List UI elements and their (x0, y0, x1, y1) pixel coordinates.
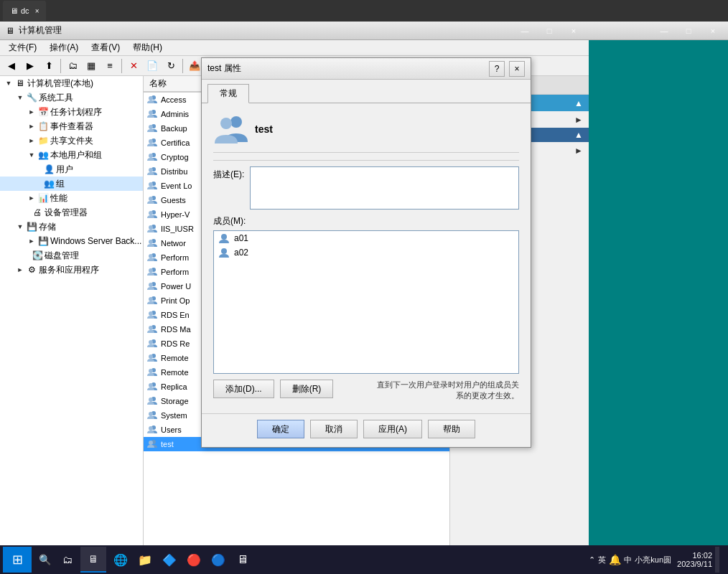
taskbar-clock[interactable]: 16:02 2023/9/11 (677, 551, 712, 568)
ok-btn[interactable]: 确定 (257, 420, 304, 438)
group-name: test (255, 123, 273, 135)
member-a01-icon (218, 233, 230, 243)
member-a01-name: a01 (234, 233, 248, 243)
taskbar-dc-icon: 🖥 (86, 552, 101, 566)
taskbar-tools[interactable]: 🔴 (184, 550, 204, 570)
group-icon (213, 112, 248, 146)
taskbar-quick-apps: 🌐 📁 🔷 🔴 🔵 🖥 (108, 550, 256, 570)
add-btn[interactable]: 添加(D)... (213, 380, 274, 398)
taskbar: ⊞ 🔍 🗂 🖥 🌐 📁 🔷 🔴 🔵 🖥 ⌃ 英 🔔 中 小亮kun圆 16:02… (0, 545, 728, 574)
member-a02-icon (218, 248, 230, 258)
desc-input[interactable] (250, 166, 519, 210)
tray-expand[interactable]: ⌃ (589, 555, 595, 565)
taskbar-tray: ⌃ 英 🔔 中 小亮kun圆 16:02 2023/9/11 (583, 547, 725, 573)
members-label: 成员(M): (213, 215, 519, 227)
modal-titlebar: test 属性 ? × (202, 58, 531, 80)
clock-time: 16:02 (677, 551, 712, 560)
members-list: a01 a02 (213, 230, 519, 374)
modal-overlay: test 属性 ? × 常规 (0, 0, 728, 574)
taskbar-ps[interactable]: 🔷 (159, 550, 179, 570)
cancel-btn[interactable]: 取消 (310, 420, 358, 438)
svg-point-51 (220, 118, 232, 129)
dialog-help-btn[interactable]: ? (489, 61, 505, 77)
tray-ime: 中 (624, 555, 632, 565)
help2-btn[interactable]: 帮助 (428, 420, 475, 438)
taskbar-pkg[interactable]: 🔵 (208, 550, 228, 570)
desc-row: 描述(E): (213, 166, 519, 210)
dialog-close-btn[interactable]: × (509, 61, 525, 77)
modal-footer: 确定 取消 应用(A) 帮助 (202, 413, 531, 447)
taskbar-items: 🖥 🌐 📁 🔷 🔴 🔵 🖥 (80, 547, 583, 573)
taskbar-explorer[interactable]: 📁 (135, 550, 155, 570)
svg-point-50 (230, 116, 242, 128)
taskbar-dc-item[interactable]: 🖥 (80, 547, 106, 573)
tab-general[interactable]: 常规 (207, 84, 249, 103)
taskbar-ie[interactable]: 🌐 (111, 550, 131, 570)
modal-title: test 属性 (207, 62, 485, 75)
taskbar-search-btn[interactable]: 🔍 (32, 547, 57, 573)
member-a01[interactable]: a01 (214, 231, 518, 245)
desc-label: 描述(E): (213, 166, 244, 181)
action-btns: 添加(D)... 删除(R) (213, 380, 333, 398)
svg-point-52 (221, 234, 227, 240)
tray-lang: 英 (598, 555, 606, 565)
taskview-btn[interactable]: 🗂 (57, 547, 78, 573)
modal-content: test 描述(E): 成员(M): a01 (202, 103, 531, 410)
tray-bell: 🔔 (609, 554, 621, 565)
apply-btn[interactable]: 应用(A) (363, 420, 422, 438)
svg-point-53 (221, 248, 227, 254)
member-a02-name: a02 (234, 248, 248, 258)
tray-user: 小亮kun圆 (635, 555, 671, 565)
note-text: 直到下一次用户登录时对用户的组成员关系的更改才生效。 (375, 380, 519, 402)
start-button[interactable]: ⊞ (3, 547, 32, 573)
group-header-row: test (213, 112, 519, 153)
clock-date: 2023/9/11 (677, 560, 712, 568)
modal-dialog: test 属性 ? × 常规 (201, 57, 531, 448)
bottom-row: 添加(D)... 删除(R) 直到下一次用户登录时对用户的组成员关系的更改才生效… (213, 380, 519, 402)
group-svg (213, 115, 248, 144)
divider (213, 160, 519, 161)
member-a02[interactable]: a02 (214, 245, 518, 260)
show-desktop-btn[interactable] (715, 547, 719, 573)
remove-btn[interactable]: 删除(R) (280, 380, 334, 398)
taskbar-monitor[interactable]: 🖥 (233, 550, 253, 570)
modal-tabs: 常规 (202, 80, 531, 103)
